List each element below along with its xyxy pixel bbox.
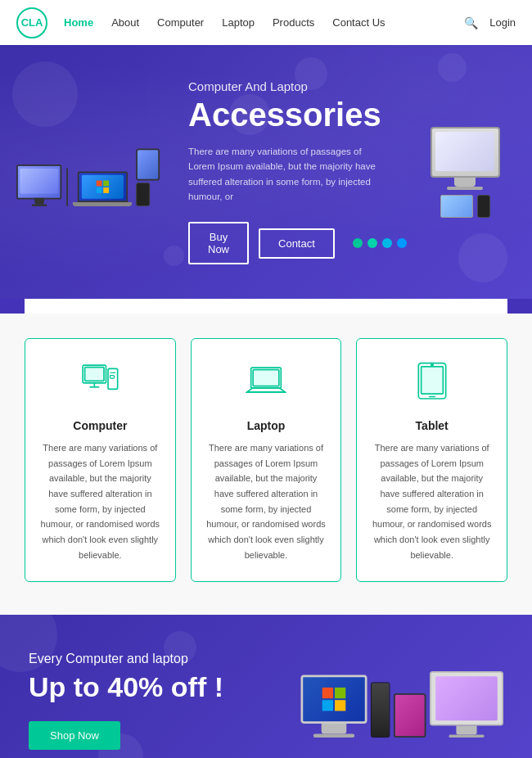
svg-rect-10 (110, 376, 115, 378)
svg-rect-8 (108, 368, 118, 389)
svg-rect-21 (322, 700, 333, 711)
nav-products[interactable]: Products (273, 16, 314, 29)
hero-title: Accessories (188, 97, 407, 133)
login-button[interactable]: Login (489, 16, 516, 29)
nav-about[interactable]: About (111, 16, 139, 29)
svg-rect-0 (96, 180, 101, 186)
nav-laptop[interactable]: Laptop (222, 16, 255, 29)
svg-rect-5 (85, 368, 104, 381)
accent-bar-left (0, 299, 25, 314)
svg-rect-20 (335, 687, 345, 697)
accent-bar-right (507, 299, 532, 314)
svg-rect-22 (335, 700, 345, 711)
svg-rect-19 (322, 687, 333, 697)
buy-now-button[interactable]: Buy Now (188, 222, 249, 264)
card-laptop-title: Laptop (247, 419, 286, 432)
navbar: CLA Home About Computer Laptop Products … (0, 0, 532, 45)
computer-icon (79, 362, 120, 408)
card-laptop-text: There are many variations of passages of… (205, 440, 328, 563)
card-tablet-text: There are many variations of passages of… (370, 440, 494, 563)
promo-section: Every Computer and laptop Up to 40% off … (0, 615, 532, 759)
svg-rect-12 (253, 370, 279, 386)
hero-subtitle: Computer And Laptop (188, 79, 407, 93)
card-computer-text: There are many variations of passages of… (38, 440, 162, 563)
promo-subtitle: Every Computer and laptop (29, 652, 223, 666)
cards-grid: Computer There are many variations of pa… (25, 338, 507, 582)
card-tablet: Tablet There are many variations of pass… (356, 338, 507, 582)
cards-section: Computer There are many variations of pa… (0, 314, 532, 615)
promo-title: Up to 40% off ! (29, 671, 223, 703)
hero-description: There are many variations of passages of… (188, 144, 376, 205)
logo[interactable]: CLA (16, 7, 47, 38)
shop-now-button[interactable]: Shop Now (29, 721, 120, 750)
svg-point-18 (431, 364, 433, 367)
nav-links: Home About Computer Laptop Products Cont… (64, 16, 464, 29)
svg-rect-15 (421, 367, 443, 394)
tablet-icon (412, 362, 453, 408)
svg-rect-2 (96, 187, 101, 193)
slider-dots (353, 238, 407, 248)
search-icon[interactable]: 🔍 (464, 16, 478, 29)
slider-dot-3[interactable] (382, 238, 392, 248)
promo-text: Every Computer and laptop Up to 40% off … (29, 652, 223, 750)
svg-rect-3 (103, 187, 109, 193)
promo-image (301, 671, 504, 738)
card-laptop: Laptop There are many variations of pass… (191, 338, 342, 582)
nav-home[interactable]: Home (64, 16, 93, 29)
hero-right-image (415, 127, 516, 218)
card-computer: Computer There are many variations of pa… (25, 338, 176, 582)
slider-dot-2[interactable] (367, 238, 377, 248)
card-tablet-title: Tablet (416, 419, 449, 432)
svg-rect-1 (103, 180, 109, 186)
slider-dot-1[interactable] (353, 238, 363, 248)
slider-dot-4[interactable] (397, 238, 407, 248)
laptop-icon (246, 362, 286, 408)
nav-contact[interactable]: Contact Us (332, 16, 385, 29)
nav-computer[interactable]: Computer (157, 16, 204, 29)
hero-section: Computer And Laptop Accessories There ar… (0, 45, 532, 299)
accent-bars (0, 299, 532, 314)
hero-buttons: Buy Now Contact (188, 222, 407, 264)
contact-button[interactable]: Contact (259, 228, 335, 259)
card-computer-title: Computer (73, 419, 127, 432)
hero-content: Computer And Laptop Accessories There ar… (180, 79, 415, 265)
nav-right: 🔍 Login (464, 16, 516, 29)
hero-left-image (16, 138, 180, 206)
